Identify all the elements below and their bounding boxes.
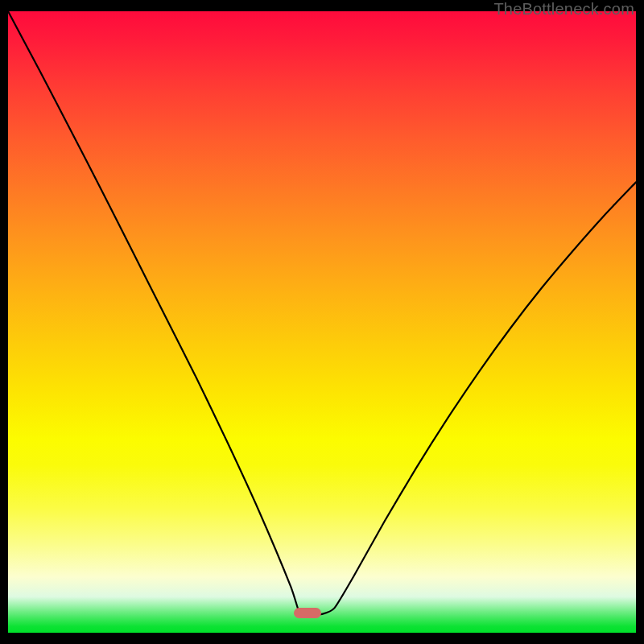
plot-area bbox=[8, 11, 636, 633]
chart-frame: TheBottleneck.com bbox=[0, 0, 644, 644]
bottleneck-curve bbox=[8, 11, 636, 615]
watermark-text: TheBottleneck.com bbox=[493, 0, 634, 19]
optimal-marker bbox=[294, 608, 321, 618]
curve-layer bbox=[8, 11, 636, 633]
